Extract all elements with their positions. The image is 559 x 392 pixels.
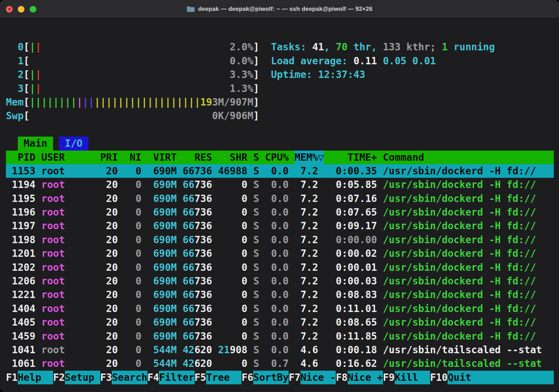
text-segment: 1153: [6, 164, 35, 178]
text-segment: ||||||||||||||||||: [94, 95, 200, 109]
window-title: deepak — deepak@piwolf: ~ — ssh deepak@p…: [198, 6, 372, 13]
fkey-search[interactable]: Search: [112, 371, 147, 384]
process-row-1459[interactable]: 1459 root 20 0 690M 66736 0 S 0.0 7.2 0:…: [6, 329, 554, 343]
text-segment: 736: [194, 233, 212, 247]
text-segment: [377, 315, 383, 329]
text-segment: 0:07.16: [324, 192, 377, 205]
sort-column-mem[interactable]: MEM%▽: [295, 151, 324, 164]
fkey-tree-key[interactable]: F5: [195, 371, 206, 384]
fkey-kill-key[interactable]: F9: [383, 371, 395, 384]
text-segment: 20: [100, 219, 118, 233]
fkey-help[interactable]: Help: [18, 371, 53, 384]
fkey-nice-plus-key[interactable]: F8: [336, 371, 348, 384]
text-segment: [259, 357, 265, 370]
text-segment: 1404: [6, 302, 35, 315]
text-segment: /usr/sbin/dockerd -H fd://: [383, 247, 554, 260]
fkey-filter[interactable]: Filter: [159, 371, 194, 384]
text-segment: 0.0: [265, 288, 289, 302]
text-segment: thr,: [348, 41, 383, 53]
text-segment: [212, 343, 218, 357]
process-row-1404[interactable]: 1404 root 20 0 690M 66736 0 S 0.0 7.2 0:…: [6, 302, 554, 315]
process-row-1206[interactable]: 1206 root 20 0 690M 66736 0 S 0.0 7.2 0:…: [6, 274, 554, 288]
fkey-tree[interactable]: Tree: [206, 371, 241, 384]
fkey-nice-minus[interactable]: Nice -: [300, 371, 336, 384]
minimize-button[interactable]: [18, 6, 24, 13]
process-row-1198[interactable]: 1198 root 20 0 690M 66736 0 S 0.0 7.2 0:…: [6, 233, 554, 247]
text-segment: 12:37:43: [318, 69, 365, 80]
text-segment: [218, 357, 241, 370]
text-segment: [29, 109, 212, 123]
text-segment: 736: [194, 274, 212, 288]
text-segment: 0: [241, 302, 247, 315]
text-segment: 66: [183, 205, 195, 219]
process-row-1202[interactable]: 1202 root 20 0 690M 66736 0 S 0.0 7.2 0:…: [6, 261, 554, 274]
text-segment: root: [41, 205, 94, 219]
title-area: deepak — deepak@piwolf: ~ — ssh deepak@p…: [0, 0, 559, 18]
text-segment: 0:16.62: [324, 357, 377, 370]
text-segment: [318, 288, 324, 302]
process-row-1196[interactable]: 1196 root 20 0 690M 66736 0 S 0.0 7.2 0:…: [6, 205, 554, 219]
text-segment: [53, 137, 59, 150]
zoom-button[interactable]: [30, 6, 36, 13]
text-segment: 690M: [147, 261, 177, 274]
process-row-1201[interactable]: 1201 root 20 0 690M 66736 0 S 0.0 7.2 0:…: [6, 247, 554, 260]
text-segment: [289, 288, 295, 302]
text-segment: [94, 219, 100, 233]
text-segment: [218, 315, 241, 329]
fkey-setup[interactable]: Setup: [65, 371, 100, 384]
fkey-nice-minus-key[interactable]: F7: [289, 371, 300, 384]
fkey-quit[interactable]: Quit: [448, 371, 554, 384]
close-button[interactable]: [6, 6, 13, 13]
fkey-setup-key[interactable]: F2: [53, 371, 65, 384]
text-segment: 1195: [6, 192, 35, 205]
text-segment: [259, 219, 265, 233]
htop-screen: 0[|| 2.0%] Tasks: 41, 70 thr, 133 kthr; …: [0, 19, 559, 384]
process-row-1197[interactable]: 1197 root 20 0 690M 66736 0 S 0.0 7.2 0:…: [6, 219, 554, 233]
text-segment: 736: [194, 261, 212, 274]
fkey-quit-key[interactable]: F10: [430, 371, 448, 384]
process-row-1405[interactable]: 1405 root 20 0 690M 66736 0 S 0.0 7.2 0:…: [6, 315, 554, 329]
text-segment: [289, 178, 295, 191]
text-segment: [35, 233, 41, 247]
process-row-1153[interactable]: 1153 root 20 0 690M 66736 46988 S 0.0 7.…: [6, 164, 554, 178]
text-segment: 690M: [147, 219, 177, 233]
text-segment: [118, 261, 124, 274]
text-segment: [212, 219, 218, 233]
tab-main[interactable]: Main: [18, 137, 53, 150]
tab-io[interactable]: I/O: [59, 137, 88, 150]
fkey-sortby-key[interactable]: F6: [241, 371, 253, 384]
fkey-filter-key[interactable]: F4: [147, 371, 159, 384]
fkey-search-key[interactable]: F3: [100, 371, 112, 384]
text-segment: [289, 357, 295, 370]
process-row-1061[interactable]: 1061 root 20 0 544M 42620 0 S 0.7 4.6 0:…: [6, 357, 554, 370]
text-segment: [289, 205, 295, 219]
text-segment: [177, 164, 183, 178]
text-segment: [377, 343, 383, 357]
fkey-nice-plus[interactable]: Nice +: [348, 371, 383, 384]
text-segment: [259, 68, 271, 81]
fkey-kill[interactable]: Kill: [395, 371, 430, 384]
text-segment: 20: [100, 329, 118, 343]
text-segment: 20: [100, 233, 118, 247]
text-segment: 690M: [147, 302, 177, 315]
text-segment: [318, 247, 324, 260]
text-segment: 736: [194, 247, 212, 260]
text-segment: [247, 288, 253, 302]
text-segment: 7.2: [295, 178, 318, 191]
text-segment: 7.2: [295, 192, 318, 205]
process-row-1221[interactable]: 1221 root 20 0 690M 66736 0 S 0.0 7.2 0:…: [6, 288, 554, 302]
text-segment: [289, 192, 295, 205]
text-segment: [177, 343, 183, 357]
text-segment: root: [41, 261, 94, 274]
text-segment: [141, 357, 147, 370]
text-segment: [212, 192, 218, 205]
text-segment: [377, 329, 383, 343]
process-row-1194[interactable]: 1194 root 20 0 690M 66736 0 S 0.0 7.2 0:…: [6, 178, 554, 191]
text-segment: [259, 274, 265, 288]
fkey-help-key[interactable]: F1: [6, 371, 18, 384]
fkey-sortby[interactable]: SortBy: [253, 371, 289, 384]
process-row-1041[interactable]: 1041 root 20 0 544M 42620 21908 S 0.0 4.…: [6, 343, 554, 357]
process-row-1195[interactable]: 1195 root 20 0 690M 66736 0 S 0.0 7.2 0:…: [6, 192, 554, 205]
text-segment: 0: [124, 192, 141, 205]
table-header[interactable]: PID USER PRI NI VIRT RES SHR S CPU% MEM%…: [6, 151, 554, 164]
